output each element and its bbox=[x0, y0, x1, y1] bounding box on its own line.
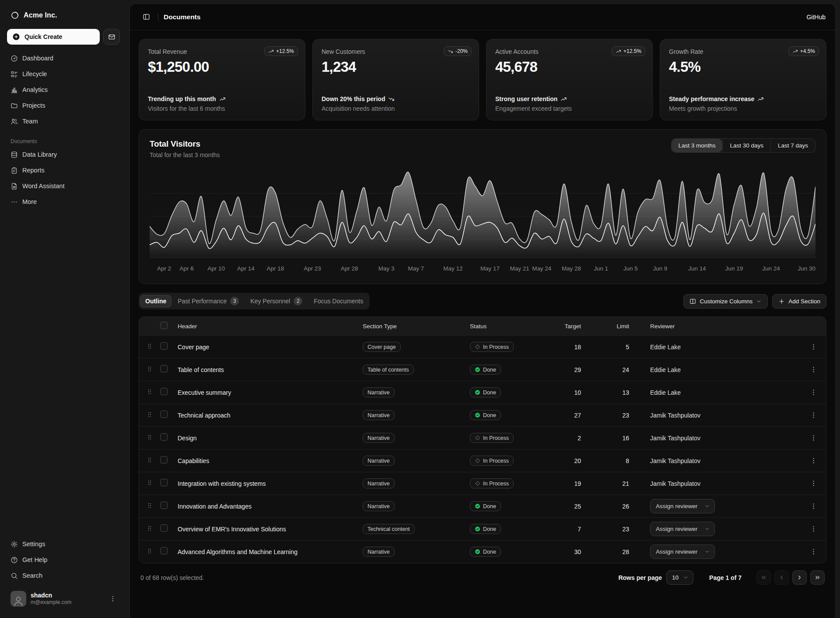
column-header-target[interactable]: Target bbox=[552, 323, 592, 330]
limit-value[interactable]: 8 bbox=[592, 457, 640, 464]
row-checkbox[interactable] bbox=[160, 342, 168, 350]
sidebar-item-data-library[interactable]: Data Library bbox=[7, 147, 120, 162]
next-page-button[interactable] bbox=[792, 570, 807, 585]
row-menu-button[interactable] bbox=[807, 500, 820, 513]
row-header-link[interactable]: Executive summary bbox=[172, 389, 357, 396]
limit-value[interactable]: 26 bbox=[592, 503, 640, 510]
row-menu-button[interactable] bbox=[807, 432, 820, 445]
drag-handle-icon[interactable] bbox=[146, 548, 153, 555]
row-checkbox[interactable] bbox=[160, 479, 168, 486]
column-header-limit[interactable]: Limit bbox=[592, 323, 640, 330]
row-checkbox[interactable] bbox=[160, 433, 168, 441]
previous-page-button[interactable] bbox=[774, 570, 789, 585]
quick-create-button[interactable]: Quick Create bbox=[7, 29, 100, 45]
target-value[interactable]: 27 bbox=[552, 412, 592, 419]
limit-value[interactable]: 13 bbox=[592, 389, 640, 396]
sidebar-item-word-assistant[interactable]: Word Assistant bbox=[7, 179, 120, 193]
target-value[interactable]: 25 bbox=[552, 503, 592, 510]
sidebar-toggle-button[interactable] bbox=[140, 11, 153, 24]
row-menu-button[interactable] bbox=[807, 341, 820, 354]
sidebar-item-more[interactable]: More bbox=[7, 194, 120, 209]
row-menu-button[interactable] bbox=[807, 454, 820, 467]
github-link[interactable]: GitHub bbox=[806, 14, 826, 21]
brand[interactable]: Acme Inc. bbox=[7, 6, 120, 25]
column-header-header[interactable]: Header bbox=[172, 323, 357, 330]
limit-value[interactable]: 24 bbox=[592, 366, 640, 373]
target-value[interactable]: 18 bbox=[552, 344, 592, 351]
last-page-button[interactable] bbox=[810, 570, 825, 585]
limit-value[interactable]: 16 bbox=[592, 435, 640, 442]
row-checkbox[interactable] bbox=[160, 547, 168, 555]
first-page-button[interactable] bbox=[756, 570, 771, 585]
drag-handle-icon[interactable] bbox=[146, 502, 153, 509]
row-menu-button[interactable] bbox=[807, 523, 820, 536]
rows-per-page-select[interactable]: 10 bbox=[666, 570, 693, 585]
sidebar-item-reports[interactable]: Reports bbox=[7, 163, 120, 178]
range-option-last-7-days[interactable]: Last 7 days bbox=[770, 139, 815, 152]
row-menu-button[interactable] bbox=[807, 363, 820, 376]
tab-outline[interactable]: Outline bbox=[140, 295, 172, 307]
sidebar-item-projects[interactable]: Projects bbox=[7, 98, 120, 113]
assign-reviewer-select[interactable]: Assign reviewer bbox=[650, 522, 715, 536]
target-value[interactable]: 2 bbox=[552, 435, 592, 442]
target-value[interactable]: 19 bbox=[552, 480, 592, 487]
sidebar-item-search[interactable]: Search bbox=[7, 568, 120, 583]
limit-value[interactable]: 28 bbox=[592, 548, 640, 555]
row-menu-button[interactable] bbox=[807, 477, 820, 490]
row-checkbox[interactable] bbox=[160, 365, 168, 372]
row-header-link[interactable]: Cover page bbox=[172, 344, 357, 351]
assign-reviewer-select[interactable]: Assign reviewer bbox=[650, 499, 715, 513]
row-checkbox[interactable] bbox=[160, 456, 168, 464]
row-menu-button[interactable] bbox=[807, 409, 820, 422]
column-header-section-type[interactable]: Section Type bbox=[357, 323, 465, 330]
target-value[interactable]: 29 bbox=[552, 366, 592, 373]
limit-value[interactable]: 5 bbox=[592, 344, 640, 351]
drag-handle-icon[interactable] bbox=[146, 388, 153, 395]
sidebar-item-dashboard[interactable]: Dashboard bbox=[7, 51, 120, 66]
row-header-link[interactable]: Capabilities bbox=[172, 457, 357, 464]
assign-reviewer-select[interactable]: Assign reviewer bbox=[650, 544, 715, 559]
limit-value[interactable]: 23 bbox=[592, 412, 640, 419]
select-all-checkbox[interactable] bbox=[160, 322, 168, 329]
target-value[interactable]: 7 bbox=[552, 526, 592, 533]
limit-value[interactable]: 23 bbox=[592, 526, 640, 533]
target-value[interactable]: 30 bbox=[552, 548, 592, 555]
range-option-last-30-days[interactable]: Last 30 days bbox=[722, 139, 770, 152]
drag-handle-icon[interactable] bbox=[146, 365, 153, 372]
row-header-link[interactable]: Technical approach bbox=[172, 412, 357, 419]
drag-handle-icon[interactable] bbox=[146, 411, 153, 418]
row-header-link[interactable]: Design bbox=[172, 435, 357, 442]
row-checkbox[interactable] bbox=[160, 411, 168, 418]
tab-past-performance[interactable]: Past Performance 3 bbox=[172, 294, 244, 308]
target-value[interactable]: 20 bbox=[552, 457, 592, 464]
row-header-link[interactable]: Overview of EMR's Innovative Solutions bbox=[172, 526, 357, 533]
sidebar-item-get-help[interactable]: Get Help bbox=[7, 552, 120, 567]
drag-handle-icon[interactable] bbox=[146, 434, 153, 441]
add-section-button[interactable]: Add Section bbox=[772, 294, 826, 309]
tab-key-personnel[interactable]: Key Personnel 2 bbox=[245, 294, 308, 308]
row-checkbox[interactable] bbox=[160, 388, 168, 395]
range-option-last-3-months[interactable]: Last 3 months bbox=[672, 139, 723, 152]
row-menu-button[interactable] bbox=[807, 386, 820, 399]
row-header-link[interactable]: Advanced Algorithms and Machine Learning bbox=[172, 548, 357, 555]
row-menu-button[interactable] bbox=[807, 545, 820, 558]
sidebar-item-settings[interactable]: Settings bbox=[7, 537, 120, 551]
customize-columns-button[interactable]: Customize Columns bbox=[683, 294, 768, 309]
sidebar-item-lifecycle[interactable]: Lifecycle bbox=[7, 67, 120, 81]
user-menu[interactable]: shadcn m@example.com bbox=[7, 587, 120, 610]
limit-value[interactable]: 21 bbox=[592, 480, 640, 487]
drag-handle-icon[interactable] bbox=[146, 456, 153, 464]
column-header-reviewer[interactable]: Reviewer bbox=[640, 323, 802, 330]
tab-focus-documents[interactable]: Focus Documents bbox=[308, 295, 368, 307]
row-checkbox[interactable] bbox=[160, 524, 168, 532]
target-value[interactable]: 10 bbox=[552, 389, 592, 396]
column-header-status[interactable]: Status bbox=[465, 323, 552, 330]
inbox-button[interactable] bbox=[103, 29, 120, 45]
row-header-link[interactable]: Integration with existing systems bbox=[172, 480, 357, 487]
row-header-link[interactable]: Table of contents bbox=[172, 366, 357, 373]
drag-handle-icon[interactable] bbox=[146, 343, 153, 350]
row-checkbox[interactable] bbox=[160, 502, 168, 509]
drag-handle-icon[interactable] bbox=[146, 525, 153, 532]
row-header-link[interactable]: Innovation and Advantages bbox=[172, 503, 357, 510]
drag-handle-icon[interactable] bbox=[146, 479, 153, 486]
